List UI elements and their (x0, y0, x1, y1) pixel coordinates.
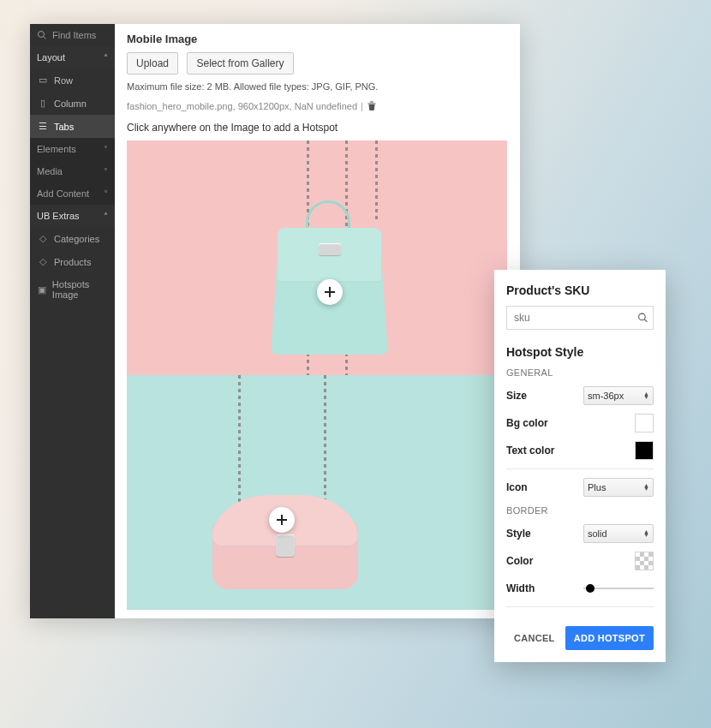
icon-select[interactable]: Plus ▲▼ (583, 478, 654, 497)
file-info-row: fashion_hero_mobile.png, 960x1200px, NaN… (127, 100, 508, 111)
sidebar: Find Items Layout ˄ ▭ Row ▯ Column ☰ Tab… (30, 24, 115, 618)
main-editor: Mobile Image Upload Select from Gallery … (115, 24, 520, 618)
column-icon: ▯ (37, 98, 49, 109)
sidebar-item-label: Hotspots Image (52, 279, 108, 300)
find-items-placeholder: Find Items (52, 30, 96, 40)
slider-thumb[interactable] (586, 584, 594, 593)
sidebar-item-hotspots-image[interactable]: ▣ Hotspots Image (30, 273, 115, 306)
trash-icon (367, 100, 377, 111)
tabs-icon: ☰ (37, 121, 49, 132)
editor-window: Find Items Layout ˄ ▭ Row ▯ Column ☰ Tab… (30, 24, 520, 618)
textcolor-swatch[interactable] (635, 441, 654, 460)
border-color-label: Color (506, 555, 533, 567)
svg-point-2 (639, 313, 646, 320)
border-style-select[interactable]: solid ▲▼ (583, 524, 654, 543)
panel-media-label: Media (37, 166, 63, 176)
border-width-slider[interactable] (583, 579, 654, 598)
size-value: sm-36px (588, 391, 624, 401)
sku-input[interactable] (506, 306, 654, 330)
sidebar-item-label: Row (54, 75, 73, 86)
textcolor-label: Text color (506, 445, 554, 456)
sidebar-item-label: Column (54, 98, 87, 109)
cube-icon: ◇ (37, 233, 49, 244)
icon-value: Plus (588, 482, 606, 492)
icon-label: Icon (506, 481, 528, 493)
sidebar-item-label: Tabs (54, 122, 74, 132)
upload-hint: Maximum file size: 2 MB. Allowed file ty… (127, 81, 508, 92)
border-style-row: Style solid ▲▼ (506, 524, 654, 543)
find-items-search[interactable]: Find Items (30, 24, 115, 46)
chevron-down-icon: ˅ (104, 189, 108, 199)
panel-ub-extras[interactable]: UB Extras ˄ (30, 205, 115, 227)
svg-point-0 (39, 32, 45, 38)
size-select[interactable]: sm-36px ▲▼ (583, 386, 654, 405)
svg-line-3 (644, 319, 647, 322)
divider (506, 606, 654, 607)
border-width-label: Width (506, 582, 535, 594)
border-subheading: BORDER (506, 505, 654, 516)
sku-heading: Product's SKU (506, 283, 654, 297)
sidebar-item-row[interactable]: ▭ Row (30, 69, 115, 92)
panel-media[interactable]: Media ˅ (30, 160, 115, 182)
file-name: fashion_hero_mobile.png, 960x1200px, NaN… (127, 101, 357, 111)
border-width-row: Width (506, 579, 654, 598)
size-row: Size sm-36px ▲▼ (506, 386, 654, 405)
sidebar-item-categories[interactable]: ◇ Categories (30, 227, 115, 250)
panel-actions: CANCEL ADD HOTSPOT (506, 626, 654, 650)
select-caret-icon: ▲▼ (643, 530, 649, 537)
decorative-chain (324, 375, 326, 512)
svg-line-1 (44, 37, 46, 39)
bgcolor-label: Bg color (506, 417, 548, 429)
hotspot-marker[interactable] (269, 507, 295, 533)
select-caret-icon: ▲▼ (643, 392, 649, 399)
panel-layout-label: Layout (37, 52, 65, 63)
delete-file-button[interactable] (367, 100, 377, 111)
chevron-down-icon: ˅ (104, 145, 108, 154)
sidebar-item-label: Categories (54, 234, 99, 244)
slider-track (583, 588, 654, 589)
panel-ub-extras-label: UB Extras (37, 211, 80, 221)
sidebar-item-column[interactable]: ▯ Column (30, 92, 115, 115)
divider (506, 468, 654, 469)
decorative-chain (238, 375, 241, 512)
general-subheading: GENERAL (506, 367, 654, 378)
row-icon: ▭ (37, 75, 49, 86)
sidebar-item-tabs[interactable]: ☰ Tabs (30, 115, 115, 138)
search-icon (37, 30, 47, 40)
panel-elements-label: Elements (37, 144, 76, 154)
border-color-row: Color (506, 552, 654, 570)
search-icon (637, 313, 648, 324)
image-upper-half (127, 140, 507, 375)
upload-controls: Upload Select from Gallery (127, 52, 508, 75)
image-lower-half (127, 375, 507, 610)
border-style-value: solid (588, 528, 607, 539)
hotspot-marker[interactable] (317, 279, 343, 305)
cube-icon: ◇ (37, 256, 49, 267)
chevron-down-icon: ˅ (104, 167, 108, 176)
section-title: Mobile Image (127, 33, 508, 45)
border-color-swatch[interactable] (635, 552, 654, 570)
textcolor-row: Text color (506, 441, 654, 460)
panel-elements[interactable]: Elements ˅ (30, 138, 115, 160)
sidebar-item-products[interactable]: ◇ Products (30, 250, 115, 273)
hotspot-hint: Click anywhere on the Image to add a Hot… (127, 122, 508, 134)
select-caret-icon: ▲▼ (643, 484, 649, 491)
image-icon: ▣ (37, 284, 47, 295)
panel-add-content-label: Add Content (37, 188, 89, 199)
hotspot-image[interactable] (127, 140, 507, 610)
cancel-button[interactable]: CANCEL (514, 633, 555, 643)
sku-input-row (506, 306, 654, 330)
panel-add-content[interactable]: Add Content ˅ (30, 182, 115, 205)
chevron-up-icon: ˄ (104, 212, 108, 221)
add-hotspot-button[interactable]: ADD HOTSPOT (565, 626, 654, 650)
decorative-chain (375, 140, 378, 223)
icon-row: Icon Plus ▲▼ (506, 478, 654, 497)
size-label: Size (506, 390, 527, 402)
upload-button[interactable]: Upload (127, 52, 178, 75)
sku-search-button[interactable] (637, 313, 648, 324)
separator: | (361, 101, 363, 111)
bgcolor-swatch[interactable] (635, 414, 654, 433)
select-from-gallery-button[interactable]: Select from Gallery (187, 52, 293, 75)
panel-layout[interactable]: Layout ˄ (30, 46, 115, 69)
border-style-label: Style (506, 528, 531, 540)
